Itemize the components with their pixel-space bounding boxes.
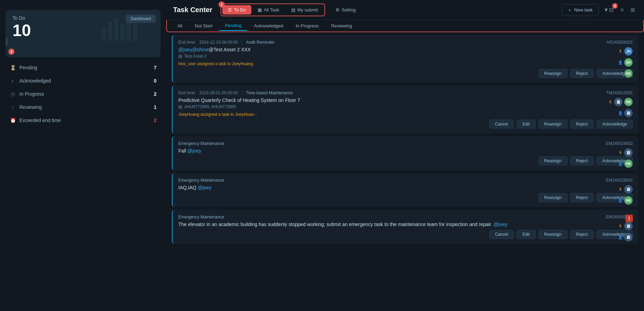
avatar-row-2a: 🏃 🖼 HK (608, 97, 633, 106)
avatar-row-1b: 👤 SH (618, 58, 633, 67)
stat-acknowledged[interactable]: ✓ Acknowledged 0 (6, 75, 161, 87)
list-view-button[interactable]: ≡ (618, 6, 626, 15)
edit-btn-5[interactable]: Edit (517, 230, 536, 239)
acknowledged-icon: ✓ (10, 78, 16, 84)
sidebar-stats: ⏳ Pending 7 ✓ Acknowledged 0 ◷ In Progre… (0, 61, 166, 127)
grid-view-button[interactable]: ⊞ (628, 5, 637, 15)
reject-btn-5[interactable]: Reject (570, 230, 594, 239)
task-title-5: The elevator in an academic building has… (178, 222, 633, 227)
avatar-hk-4: HK (624, 196, 633, 205)
avatar-img-5a: 🖼 (624, 222, 633, 231)
tab-todo[interactable]: ☰ To Do (222, 5, 251, 15)
cancel-btn-5[interactable]: Cancel (489, 230, 514, 239)
pending-count: 7 (150, 65, 156, 70)
type-3: Emergency Maintenance (178, 141, 224, 146)
pending-label: Pending (19, 65, 146, 70)
filter-badge: ▼⊟ 3 (601, 5, 616, 15)
new-task-plus-icon: ＋ (567, 7, 572, 13)
task-right-5: EM240509004 ! 🏃 🖼 👤 🖼 (606, 215, 633, 242)
reviewing-label: Reviewing (19, 104, 146, 110)
cancel-btn-2[interactable]: Cancel (489, 120, 514, 129)
setting-button[interactable]: ⚙ Setting (331, 5, 360, 15)
task-title-4: IAQ,IAQ @joey (178, 185, 633, 190)
primary-nav: 1 ☰ To Do ▦ All Task ▤ My submit (221, 3, 325, 16)
task-title-3: Fall @joey (178, 148, 633, 154)
endtime-label-1: End time: (178, 40, 196, 45)
reassign-btn-5[interactable]: Reassign (538, 230, 567, 239)
outstanding-badge-count: 2 (8, 49, 15, 55)
acknowledge-btn-2[interactable]: Acknowledge (597, 120, 633, 129)
header-right-tools: ＋ New task ▼⊟ 3 ≡ ⊞ (562, 4, 637, 16)
mysubmit-tab-icon: ▤ (291, 7, 295, 12)
separator-1: | (241, 40, 242, 45)
stat-inprogress[interactable]: ◷ In Progress 2 (6, 88, 161, 100)
person-icon-4: 👤 (618, 198, 623, 203)
task-asset-1: ▤ Test Asset 2 (178, 54, 633, 59)
subtab-pending[interactable]: Pending (219, 21, 248, 31)
runner-icon-3: 🏃 (618, 150, 623, 155)
reassign-btn-4[interactable]: Reassign (538, 193, 567, 202)
stat-reviewing[interactable]: ↑ Reviewing 1 (6, 101, 161, 113)
reassign-btn-2[interactable]: Reassign (538, 120, 567, 129)
new-task-button[interactable]: ＋ New task (562, 4, 598, 16)
endtime-value-1: 2024-12-19 08:00:00 (199, 40, 238, 45)
edit-btn-2[interactable]: Edit (517, 120, 536, 129)
svg-rect-3 (120, 24, 125, 41)
inprogress-label: In Progress (19, 91, 146, 97)
person-icon-1: 👤 (618, 60, 623, 65)
task-card-2: End time: 2024-09-01 00:00:00 | Time-bas… (172, 86, 638, 133)
tab-alltask[interactable]: ▦ All Task (252, 5, 285, 15)
reject-btn-4[interactable]: Reject (570, 193, 594, 202)
reassign-btn-1[interactable]: Reassign (538, 69, 567, 78)
assign-note-1: hksi_user assigned a task to JoeyHuang. (178, 61, 633, 66)
dashboard-button[interactable]: Dashboard (126, 15, 156, 23)
task-actions-1: Reassign Reject Acknowledge (178, 69, 633, 78)
task-actions-2: Cancel Edit Reassign Reject Acknowledge (178, 120, 633, 129)
subtab-inprogress[interactable]: In Progress (289, 21, 325, 31)
avatar-row-3a: 🏃 🖼 (618, 148, 633, 157)
acknowledged-label: Acknowledged (19, 78, 146, 84)
avatar-hk-1: HK (624, 69, 633, 78)
type-4: Emergency Maintenance (178, 178, 224, 183)
person-icon-5: 👤 (618, 235, 623, 240)
filter-badge-count: 3 (612, 3, 618, 9)
avatar-img-5b: 🖼 (624, 233, 633, 242)
endtime-value-2: 2024-09-01 00:00:00 (199, 90, 238, 95)
sidebar: To Do 10 Dashboard Outstanding 2 ⏳ Pendi… (0, 0, 166, 311)
task-id-4: EM240528001 (606, 178, 633, 183)
task-right-3: EM240528002 🏃 🖼 👤 HK (606, 141, 633, 168)
subtab-reviewing[interactable]: Reviewing (325, 21, 358, 31)
alltask-tab-icon: ▦ (258, 7, 262, 12)
task-card: End time: 2024-12-19 08:00:00 | Audit Re… (172, 35, 638, 83)
stat-exceeded[interactable]: ⏰ Exceeded end time 2 (6, 114, 161, 127)
outstanding-badge: Outstanding (6, 37, 8, 46)
task-card-4: Emergency Maintenance IAQ,IAQ @joey Reas… (172, 173, 638, 207)
reject-btn-1[interactable]: Reject (570, 69, 594, 78)
exceeded-icon: ⏰ (10, 118, 16, 123)
subtab-notstart[interactable]: Not Start (188, 21, 218, 31)
main-content: Task Center 1 ☰ To Do ▦ All Task ▤ My su… (166, 0, 644, 311)
avatar-row-4a: 🏃 🖼 (618, 185, 633, 194)
subtab-all[interactable]: All (171, 21, 188, 31)
tab-mysubmit[interactable]: ▤ My submit (286, 5, 323, 15)
reassign-btn-3[interactable]: Reassign (538, 156, 567, 165)
avatar-hk-2: HK (624, 97, 633, 106)
type-1: Audit Reminder (246, 40, 275, 45)
reject-btn-3[interactable]: Reject (570, 156, 594, 165)
avatar-row-1a: 🏃 JH (618, 47, 633, 56)
subtab-acknowledged[interactable]: Acknowledged (248, 21, 289, 31)
reject-btn-2[interactable]: Reject (570, 120, 594, 129)
svg-rect-2 (114, 18, 118, 41)
setting-icon: ⚙ (336, 7, 340, 12)
svg-rect-1 (108, 22, 112, 41)
asset-icon-1: ▤ (178, 54, 182, 59)
stat-pending[interactable]: ⏳ Pending 7 (6, 61, 161, 74)
avatar-row-5a: 🏃 🖼 (618, 222, 633, 231)
header: Task Center 1 ☰ To Do ▦ All Task ▤ My su… (166, 0, 644, 20)
asset-icon-2: ▤ (178, 104, 182, 109)
avatar-hk-3: HK (624, 159, 633, 168)
task-right-1: AR240826001 🏃 JH 👤 SH 👤 HK (606, 40, 633, 78)
inprogress-count: 2 (150, 91, 156, 97)
avatar-img-2a: 🖼 (614, 97, 623, 106)
task-meta-3: Emergency Maintenance (178, 141, 633, 146)
